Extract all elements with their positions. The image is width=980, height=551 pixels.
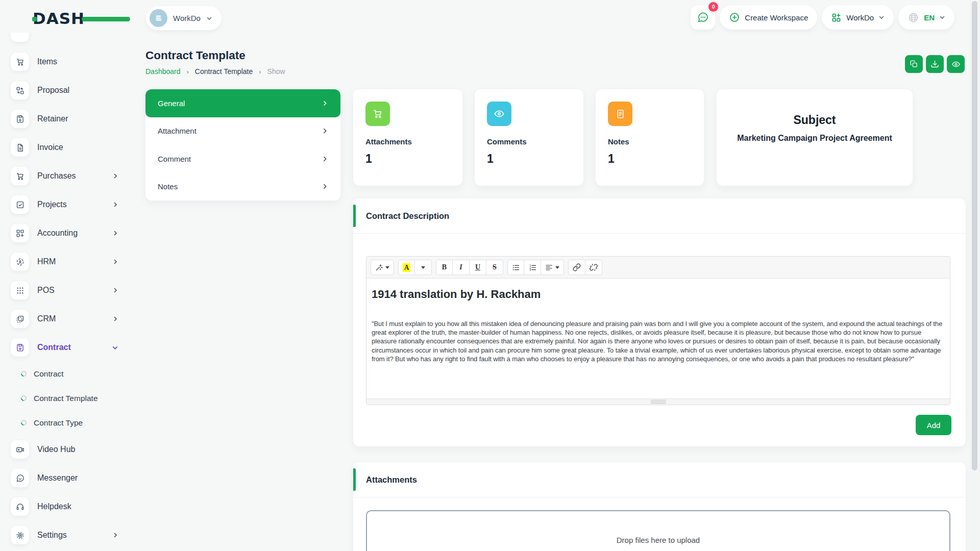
- detail-tab-menu: General Attachment Comment Notes: [145, 89, 340, 201]
- bold-icon: B: [442, 263, 447, 271]
- sidebar-item-invoice[interactable]: Invoice: [0, 133, 135, 162]
- chevron-down-icon: [206, 15, 212, 21]
- file-icon: [11, 138, 29, 157]
- sidebar-item-purchases[interactable]: Purchases: [0, 162, 135, 190]
- app-logo[interactable]: DASH: [33, 9, 99, 28]
- style-magic-button[interactable]: [371, 260, 394, 275]
- sidebar-item-video-hub[interactable]: Video Hub: [0, 435, 135, 464]
- sidebar-subitem-contract-type[interactable]: Contract Type: [0, 411, 135, 435]
- caret-icon: [385, 266, 389, 269]
- preview-button[interactable]: [947, 55, 965, 73]
- section-title: Attachments: [366, 475, 417, 485]
- add-button[interactable]: Add: [916, 415, 951, 435]
- globe-icon: [908, 12, 919, 23]
- caret-icon: [421, 266, 425, 269]
- rich-text-editor: A B I U S 123: [366, 256, 950, 405]
- editor-content[interactable]: 1914 translation by H. Rackham "But I mu…: [366, 279, 950, 398]
- sidebar-item-hrm[interactable]: HRM: [0, 247, 135, 276]
- chevron-down-icon: [112, 344, 118, 351]
- grid-plus-icon: [831, 12, 842, 23]
- dropzone-text: Drop files here to upload: [617, 536, 700, 551]
- sidebar-subitem-contract-template[interactable]: Contract Template: [0, 386, 135, 411]
- grid-plus-icon: [11, 224, 29, 242]
- link-button[interactable]: [568, 260, 585, 275]
- svg-text:3: 3: [529, 269, 531, 271]
- messages-button[interactable]: 0: [691, 5, 715, 30]
- download-button[interactable]: [926, 55, 944, 73]
- sidebar-item-pos[interactable]: POS: [0, 276, 135, 305]
- gear-icon: [11, 526, 29, 544]
- copy-button[interactable]: [905, 55, 923, 73]
- eye-icon: [487, 102, 511, 126]
- editor-toolbar: A B I U S 123: [366, 257, 950, 279]
- tab-notes[interactable]: Notes: [145, 173, 340, 201]
- resize-grip-icon: [651, 400, 666, 404]
- chevron-right-icon: [112, 316, 118, 322]
- ordered-list-button[interactable]: 123: [524, 260, 541, 275]
- sidebar-item-retainer[interactable]: Retainer: [0, 105, 135, 133]
- bold-button[interactable]: B: [436, 260, 453, 275]
- sidebar-item-items[interactable]: Items: [0, 47, 135, 76]
- sidebar-item-partial[interactable]: [0, 33, 135, 47]
- chevron-right-icon: [112, 173, 118, 179]
- download-icon: [930, 60, 939, 68]
- apps-menu-button[interactable]: WorkDo: [822, 5, 894, 30]
- sidebar-item-contract[interactable]: Contract: [0, 333, 135, 362]
- floppy-icon: [11, 338, 29, 357]
- chevron-right-icon: [112, 532, 118, 538]
- sidebar-item-crm[interactable]: CRM: [0, 305, 135, 333]
- tab-comment[interactable]: Comment: [145, 145, 340, 173]
- header-right-cluster: 0 Create Workspace WorkDo EN: [691, 5, 954, 30]
- sidebar-item-proposal[interactable]: Proposal: [0, 76, 135, 105]
- editor-heading: 1914 translation by H. Rackham: [372, 288, 945, 301]
- breadcrumb-dashboard[interactable]: Dashboard: [145, 67, 181, 76]
- note-icon: [608, 102, 632, 126]
- breadcrumb-section[interactable]: Contract Template: [195, 67, 253, 76]
- language-selector[interactable]: EN: [898, 5, 954, 30]
- section-header: Attachments: [353, 462, 966, 497]
- sidebar-item-projects[interactable]: Projects: [0, 190, 135, 219]
- paragraph-align-button[interactable]: [541, 260, 564, 275]
- subject-title: Subject: [793, 113, 836, 127]
- editor-resize-bar[interactable]: [366, 398, 950, 405]
- strikethrough-button[interactable]: S: [486, 260, 503, 275]
- person-target-icon: [11, 253, 29, 271]
- notification-badge: 0: [708, 2, 718, 12]
- sidebar-item-helpdesk[interactable]: Helpdesk: [0, 492, 135, 521]
- underline-button[interactable]: U: [470, 260, 486, 275]
- workspace-selector[interactable]: WorkDo: [146, 6, 222, 30]
- check-square-icon: [11, 195, 29, 214]
- chevron-right-icon: [322, 100, 328, 107]
- section-title: Contract Description: [366, 211, 449, 221]
- unordered-list-icon: [512, 264, 520, 271]
- sidebar-item-messenger[interactable]: Messenger: [0, 464, 135, 492]
- section-accent-bar: [353, 205, 356, 227]
- unordered-list-button[interactable]: [507, 260, 524, 275]
- chevron-right-icon: [112, 202, 118, 208]
- cart-icon: [365, 102, 390, 126]
- page-scrollbar[interactable]: [970, 0, 980, 551]
- attachments-card: Attachments Drop files here to upload: [353, 462, 966, 551]
- file-dropzone[interactable]: Drop files here to upload: [366, 510, 950, 551]
- font-color-button[interactable]: A: [398, 260, 415, 275]
- logo-dot: [32, 17, 37, 21]
- tab-attachment[interactable]: Attachment: [145, 117, 340, 145]
- chevron-right-icon: [112, 230, 118, 236]
- sidebar-item-settings[interactable]: Settings: [0, 521, 135, 549]
- floppy-icon: [11, 110, 29, 128]
- headset-icon: [11, 497, 29, 516]
- sidebar-item-accounting[interactable]: Accounting: [0, 219, 135, 247]
- magic-wand-icon: [375, 264, 383, 271]
- tab-general[interactable]: General: [145, 89, 340, 117]
- font-color-icon: A: [403, 263, 410, 272]
- font-color-dropdown[interactable]: [415, 260, 432, 275]
- chevron-down-icon: [878, 14, 885, 20]
- language-label: EN: [924, 13, 935, 22]
- sidebar-subitem-contract[interactable]: Contract: [0, 362, 135, 386]
- chevron-right-icon: [322, 183, 328, 190]
- caret-icon: [555, 266, 559, 269]
- unlink-button[interactable]: [585, 260, 602, 275]
- create-workspace-button[interactable]: Create Workspace: [720, 5, 817, 30]
- scrollbar-thumb[interactable]: [972, 1, 977, 470]
- italic-button[interactable]: I: [453, 260, 470, 275]
